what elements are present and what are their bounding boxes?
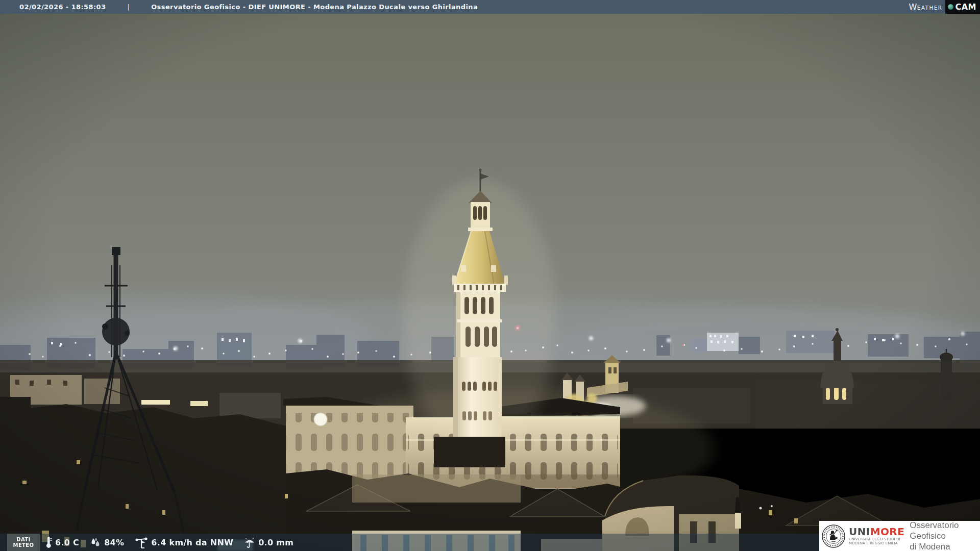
timestamp: 02/02/2026 - 18:58:03 (19, 3, 106, 11)
umbrella-icon (244, 537, 255, 548)
unimore-seal-icon (822, 524, 845, 548)
header-bar: 02/02/2026 - 18:58:03 | Osservatorio Geo… (0, 0, 980, 14)
humidity-drops-icon (90, 537, 101, 548)
weathercam-logo: WEATHER CAM (909, 0, 980, 14)
observatory-name: Osservatorio Geofisico di Modena (910, 520, 980, 551)
weathercam-weather-text: WEATHER (909, 2, 943, 12)
thermometer-icon (45, 536, 52, 548)
weathercam-cam-box: CAM (945, 0, 980, 14)
wind-reading: 6.4 km/h da NNW (135, 536, 233, 548)
webcam-page: 02/02/2026 - 18:58:03 | Osservatorio Geo… (0, 0, 980, 551)
unimore-logo-box: UNIMORE UNIVERSITÀ DEGLI STUDI DI MODENA… (819, 521, 980, 551)
temperature-reading: 6.0 C (45, 536, 79, 548)
webcam-photo-modena-night (0, 0, 980, 551)
unimore-wordmark: UNIMORE UNIVERSITÀ DEGLI STUDI DI MODENA… (849, 527, 904, 545)
wind-vane-icon (135, 536, 148, 548)
separator: | (127, 3, 130, 11)
humidity-reading: 84% (90, 537, 124, 548)
unimore-subtitle: UNIVERSITÀ DEGLI STUDI DI MODENA E REGGI… (849, 538, 904, 545)
page-title: Osservatorio Geofisico - DIEF UNIMORE - … (151, 3, 478, 11)
weather-data-label: DATI METEO (7, 534, 40, 551)
weathercam-globe-icon (948, 4, 953, 10)
rain-reading: 0.0 mm (244, 537, 293, 548)
